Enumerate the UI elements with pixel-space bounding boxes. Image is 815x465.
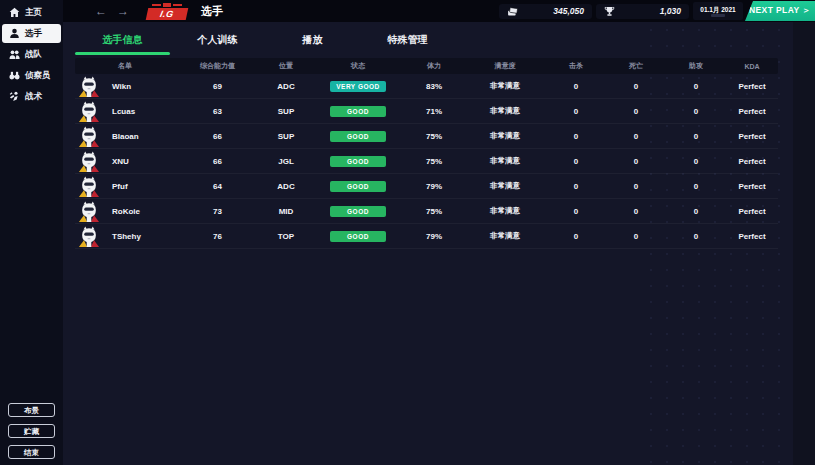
player-satisfaction: 非常满意 xyxy=(464,156,546,166)
player-avatar xyxy=(78,225,100,247)
tab-选手信息[interactable]: 选手信息 xyxy=(75,33,170,55)
player-stamina: 75% xyxy=(404,157,464,166)
player-stamina: 71% xyxy=(404,107,464,116)
player-position: TOP xyxy=(260,232,312,241)
player-name: RoKoie xyxy=(112,207,140,216)
player-assists: 0 xyxy=(666,132,726,141)
tab-播放[interactable]: 播放 xyxy=(265,33,360,55)
page-title: 选手 xyxy=(201,4,223,19)
main-panel: 选手信息 个人训练 播放 特殊管理 名单 综合能力值 位置 状态 体力 满意度 … xyxy=(63,22,793,465)
player-deaths: 0 xyxy=(606,82,666,91)
sidebar-item-label: 主页 xyxy=(25,7,42,19)
column-header: 位置 xyxy=(260,61,312,71)
player-kda: Perfect xyxy=(726,232,778,241)
status-badge: VERY GOOD xyxy=(330,81,386,92)
player-assists: 0 xyxy=(666,182,726,191)
column-header: 死亡 xyxy=(606,61,666,71)
home-icon xyxy=(9,7,20,18)
table-row[interactable]: TShehy 76 TOP GOOD 79% 非常满意 0 0 0 Perfec… xyxy=(75,224,778,249)
column-header: 助攻 xyxy=(666,61,726,71)
player-position: SUP xyxy=(260,107,312,116)
player-kills: 0 xyxy=(546,182,606,191)
player-stamina: 83% xyxy=(404,82,464,91)
table-header-row: 名单 综合能力值 位置 状态 体力 满意度 击杀 死亡 助攻 KDA xyxy=(75,58,778,74)
player-kda: Perfect xyxy=(726,82,778,91)
sidebar-item-战队[interactable]: 战队 xyxy=(2,45,61,64)
sidebar-button-布景[interactable]: 布景 xyxy=(8,403,55,417)
sidebar-bottom-buttons: 布景 贮藏 结束 xyxy=(0,403,63,465)
player-assists: 0 xyxy=(666,232,726,241)
team-logo-text: I.G xyxy=(146,8,189,20)
date-subline xyxy=(711,14,725,17)
column-header: 状态 xyxy=(312,61,404,71)
sidebar-item-主页[interactable]: 主页 xyxy=(2,3,61,22)
money-icon xyxy=(507,6,518,17)
player-avatar xyxy=(78,100,100,122)
player-kills: 0 xyxy=(546,82,606,91)
sidebar-item-选手[interactable]: 选手 xyxy=(2,24,61,43)
player-avatar xyxy=(78,125,100,147)
table-row[interactable]: Lcuas 63 SUP GOOD 71% 非常满意 0 0 0 Perfect xyxy=(75,99,778,124)
column-header: 综合能力值 xyxy=(175,61,260,71)
column-header: KDA xyxy=(726,63,778,70)
player-overall: 64 xyxy=(175,182,260,191)
binoculars-icon xyxy=(9,70,20,81)
player-stamina: 79% xyxy=(404,182,464,191)
status-badge: GOOD xyxy=(330,131,386,142)
table-row[interactable]: Wikn 69 ADC VERY GOOD 83% 非常满意 0 0 0 Per… xyxy=(75,74,778,99)
table-row[interactable]: Blaoan 66 SUP GOOD 75% 非常满意 0 0 0 Perfec… xyxy=(75,124,778,149)
status-badge: GOOD xyxy=(330,181,386,192)
sidebar-button-贮藏[interactable]: 贮藏 xyxy=(8,424,55,438)
next-play-button[interactable]: NEXT PLAY ＞ xyxy=(745,1,815,21)
player-kda: Perfect xyxy=(726,157,778,166)
player-deaths: 0 xyxy=(606,107,666,116)
player-deaths: 0 xyxy=(606,157,666,166)
team-icon xyxy=(9,49,20,60)
player-assists: 0 xyxy=(666,82,726,91)
forward-arrow-icon[interactable]: → xyxy=(117,5,129,17)
player-overall: 63 xyxy=(175,107,260,116)
sidebar-item-战术[interactable]: 战术 xyxy=(2,87,61,106)
sidebar-item-label: 选手 xyxy=(25,28,42,40)
player-avatar xyxy=(78,175,100,197)
table-row[interactable]: XNU 66 JGL GOOD 75% 非常满意 0 0 0 Perfect xyxy=(75,149,778,174)
player-kda: Perfect xyxy=(726,182,778,191)
player-stamina: 75% xyxy=(404,207,464,216)
table-row[interactable]: Pfuf 64 ADC GOOD 79% 非常满意 0 0 0 Perfect xyxy=(75,174,778,199)
back-arrow-icon[interactable]: ← xyxy=(95,5,107,17)
tab-特殊管理[interactable]: 特殊管理 xyxy=(360,33,455,55)
status-badge: GOOD xyxy=(330,206,386,217)
logo-wings-icon xyxy=(147,3,187,8)
status-badge: GOOD xyxy=(330,156,386,167)
player-position: MID xyxy=(260,207,312,216)
player-name: TShehy xyxy=(112,232,141,241)
player-kills: 0 xyxy=(546,132,606,141)
tab-bar: 选手信息 个人训练 播放 特殊管理 xyxy=(63,22,793,55)
table-body: Wikn 69 ADC VERY GOOD 83% 非常满意 0 0 0 Per… xyxy=(75,74,778,249)
trophy-counter: 1,030 xyxy=(596,4,689,19)
tab-个人训练[interactable]: 个人训练 xyxy=(170,33,265,55)
player-avatar xyxy=(78,200,100,222)
player-kda: Perfect xyxy=(726,107,778,116)
column-header: 名单 xyxy=(75,61,175,71)
player-assists: 0 xyxy=(666,107,726,116)
player-overall: 76 xyxy=(175,232,260,241)
player-icon xyxy=(9,28,20,39)
player-satisfaction: 非常满意 xyxy=(464,231,546,241)
player-assists: 0 xyxy=(666,207,726,216)
players-table: 名单 综合能力值 位置 状态 体力 满意度 击杀 死亡 助攻 KDA xyxy=(75,58,778,249)
sidebar-button-结束[interactable]: 结束 xyxy=(8,445,55,459)
player-satisfaction: 非常满意 xyxy=(464,181,546,191)
topbar: ← → I.G 选手 345,050 1,030 01.1月 2021 xyxy=(0,0,815,22)
player-name: Pfuf xyxy=(112,182,128,191)
player-overall: 66 xyxy=(175,132,260,141)
player-position: ADC xyxy=(260,82,312,91)
player-stamina: 79% xyxy=(404,232,464,241)
player-overall: 73 xyxy=(175,207,260,216)
player-name: XNU xyxy=(112,157,129,166)
table-row[interactable]: RoKoie 73 MID GOOD 75% 非常满意 0 0 0 Perfec… xyxy=(75,199,778,224)
date-text: 01.1月 2021 xyxy=(700,6,735,13)
sidebar-item-侦察员[interactable]: 侦察员 xyxy=(2,66,61,85)
player-kills: 0 xyxy=(546,107,606,116)
player-deaths: 0 xyxy=(606,182,666,191)
